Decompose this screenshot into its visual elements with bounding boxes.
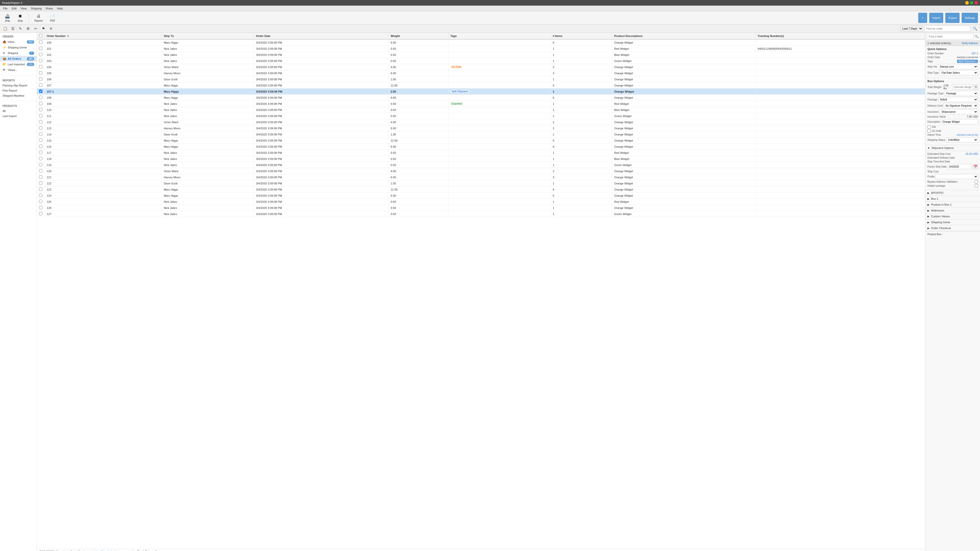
row-checkbox[interactable]	[39, 65, 42, 68]
table-row[interactable]: 120 Victor Ward 3/4/2020 3:09:08 PM 4.00…	[37, 168, 925, 174]
menu-file[interactable]: File	[1, 6, 10, 11]
row-checkbox[interactable]	[39, 96, 42, 99]
product-in-box-1-row[interactable]: ▶ Product in Box 1	[925, 202, 980, 208]
verify-address-button[interactable]: Verify Address	[962, 42, 978, 44]
row-checkbox[interactable]	[39, 163, 42, 166]
table-row[interactable]: 109 Nick Jabro 3/4/2020 3:09:08 PM 0.50 …	[37, 101, 925, 107]
box-1-row[interactable]: ▶ Box 1	[925, 196, 980, 202]
table-row[interactable]: 126 Nick Jabro 3/4/2020 3:09:08 PM 0.50 …	[37, 205, 925, 211]
row-checkbox[interactable]	[39, 71, 42, 75]
sidebar-item-inbox[interactable]: 📥 Inbox 390	[0, 39, 37, 44]
sidebar-item-shipped-manifest[interactable]: Shipped Manifest	[0, 93, 37, 98]
row-checkbox[interactable]	[39, 151, 42, 154]
table-row[interactable]: 113 Harvey Moon 3/4/2020 3:09:08 PM 6.00…	[37, 125, 925, 131]
search-icon[interactable]: 🔍	[972, 25, 978, 32]
table-row[interactable]: 105 Harvey Moon 3/4/2020 3:09:08 PM 6.00…	[37, 70, 925, 76]
row-checkbox[interactable]	[39, 108, 42, 111]
menu-view[interactable]: View	[19, 6, 29, 11]
gift-checkbox[interactable]	[928, 125, 931, 129]
date-range-select[interactable]: Last 7 Days	[900, 25, 923, 32]
row-checkbox[interactable]	[39, 138, 42, 142]
clipboard-icon[interactable]: 📋	[2, 25, 8, 32]
table-row[interactable]: 117 Nick Jabro 3/4/2020 3:09:08 PM 0.50 …	[37, 150, 925, 156]
row-checkbox[interactable]	[39, 144, 42, 148]
col-items[interactable]: # Items	[550, 33, 612, 39]
hidden-postage-checkbox[interactable]	[975, 184, 978, 187]
find-search-icon[interactable]: 🔍	[975, 35, 978, 38]
row-checkbox[interactable]	[39, 120, 42, 124]
sidebar-item-last-imported[interactable]: 📂 Last Imported 101	[0, 62, 37, 67]
tag-remove-icon[interactable]: ×	[975, 60, 977, 63]
shipment-options-row[interactable]: ▼ Shipment Options	[925, 145, 980, 151]
table-row[interactable]: 125 Nick Jabro 3/4/2020 3:09:08 PM 0.50 …	[37, 199, 925, 205]
reprint-button[interactable]: 🖨 Reprint	[32, 12, 45, 23]
find-field-input[interactable]	[927, 34, 974, 39]
row-checkbox[interactable]	[39, 187, 42, 191]
col-order-number[interactable]: Order Number ⇅	[45, 33, 162, 39]
table-row[interactable]: 127 Nick Jabro 3/4/2020 3:09:08 PM 0.50 …	[37, 211, 925, 217]
addresses-row[interactable]: ▶ Addresses	[925, 208, 980, 213]
col-weight[interactable]: Weight	[388, 33, 448, 39]
table-row[interactable]: 111 Nick Jabro 3/4/2020 3:09:08 PM 0.50 …	[37, 113, 925, 119]
sidebar-item-all-products[interactable]: All	[0, 108, 37, 114]
shipping-genie-row[interactable]: ▶ Shipping Genie	[925, 219, 980, 225]
col-ship-to[interactable]: Ship To	[162, 33, 254, 39]
profile-select[interactable]	[935, 174, 978, 179]
menu-edit[interactable]: Edit	[10, 6, 19, 11]
row-checkbox[interactable]	[39, 59, 42, 62]
export-button[interactable]: Export	[945, 13, 959, 23]
weight-increment-button[interactable]: +	[974, 84, 978, 89]
custom-values-row[interactable]: ▶ Custom Values	[925, 213, 980, 219]
ship-via-select[interactable]: Stamps.com	[938, 64, 978, 69]
stop-button[interactable]: ⏹ Stop	[15, 12, 25, 23]
col-desc[interactable]: Product Descriptions	[612, 33, 756, 39]
table-row[interactable]: 112 Victor Ward 3/4/2020 3:09:08 PM 4.00…	[37, 119, 925, 125]
list-icon[interactable]: ☰	[10, 25, 16, 32]
maximize-button[interactable]	[970, 1, 974, 5]
table-row[interactable]: 124 Mary Higgs 3/4/2020 3:09:08 PM 6.00 …	[37, 192, 925, 199]
table-row[interactable]: 122 Dave Scott 3/4/2020 3:09:08 PM 1.00 …	[37, 180, 925, 186]
ship-type-select[interactable]: Flat Rate Select	[940, 70, 978, 75]
table-row[interactable]: 119 Nick Jabro 3/4/2020 3:09:08 PM 0.50 …	[37, 162, 925, 168]
pdf-button[interactable]: 📄 PDF	[47, 12, 58, 23]
sidebar-item-all-orders[interactable]: 📦 All Orders 180	[0, 56, 37, 62]
row-checkbox[interactable]	[39, 200, 42, 203]
table-row[interactable]: 121 Harvey Moon 3/4/2020 3:09:08 PM 6.00…	[37, 174, 925, 180]
table-row[interactable]: 108 Mary Higgs 3/4/2020 3:09:08 PM 6.00 …	[37, 95, 925, 101]
row-checkbox[interactable]	[39, 181, 42, 185]
search-input[interactable]	[924, 25, 970, 32]
row-checkbox[interactable]	[39, 126, 42, 130]
ship-button[interactable]: 🚢 Ship	[2, 12, 13, 23]
row-checkbox[interactable]	[39, 157, 42, 160]
table-row[interactable]: 104 Victor Ward 3/4/2020 3:09:08 PM 4.00…	[37, 64, 925, 70]
order-checkout-row[interactable]: ▶ Order Checkout	[925, 225, 980, 231]
table-row[interactable]: 100 Mary Higgs 3/4/2020 3:09:08 PM 6.00 …	[37, 39, 925, 46]
plus-button[interactable]: ＋	[918, 13, 927, 23]
row-checkbox[interactable]	[39, 77, 42, 81]
import-button[interactable]: Import	[929, 13, 943, 23]
menu-help[interactable]: Help	[55, 6, 65, 11]
row-checkbox[interactable]	[39, 175, 42, 179]
gear-icon[interactable]: ⚙	[25, 25, 31, 32]
col-order-date[interactable]: Order Date	[254, 33, 388, 39]
sidebar-item-views[interactable]: 👁 Views...	[0, 67, 37, 73]
row-checkbox[interactable]	[39, 132, 42, 136]
on-hold-checkbox[interactable]	[928, 129, 931, 133]
row-checkbox[interactable]	[39, 212, 42, 215]
calendar-icon[interactable]: 📅	[973, 164, 978, 169]
sidebar-item-last-import[interactable]: Last Import	[0, 114, 37, 119]
col-tracking[interactable]: Tracking Number(s)	[756, 33, 925, 39]
table-row[interactable]: 115 Mary Higgs 3/4/2020 3:09:08 PM 12.00…	[37, 138, 925, 144]
select-all-checkbox[interactable]	[39, 34, 42, 37]
row-checkbox[interactable]	[39, 83, 42, 87]
table-row[interactable]: 102 Nick Jabro 3/4/2020 3:09:08 PM 0.50 …	[37, 52, 925, 58]
table-row[interactable]: 118 Nick Jabro 3/4/2020 3:09:08 PM 0.50 …	[37, 156, 925, 162]
table-row[interactable]: 103 Nick Jabro 3/4/2020 3:09:08 PM 0.50 …	[37, 58, 925, 64]
edit-icon[interactable]: ✎	[18, 25, 24, 32]
row-checkbox[interactable]	[39, 114, 42, 118]
sidebar-item-pick-report[interactable]: Pick Report	[0, 88, 37, 93]
col-tags[interactable]: Tags	[448, 33, 550, 39]
scissors-icon[interactable]: ✂	[33, 25, 39, 32]
table-row[interactable]: 107-1 Mary Higgs 3/4/2020 3:09:08 PM 2.0…	[37, 89, 925, 95]
sidebar-item-shipping-genie[interactable]: ⚡ Shipping Genie	[0, 44, 37, 50]
